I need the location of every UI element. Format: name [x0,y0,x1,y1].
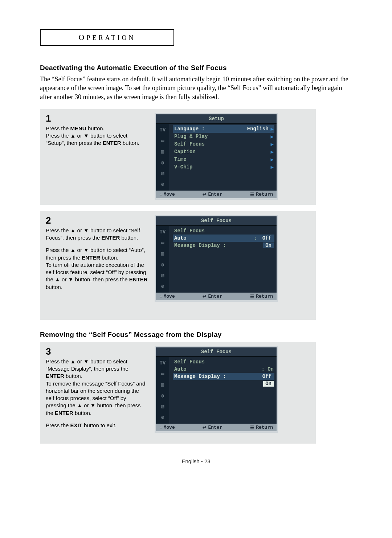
chevron-right-icon: ▶ [271,164,274,170]
osd-setup-title: Setup [156,114,277,124]
step-2-body: Press the ▲ or ▼ button to select “Self … [46,227,148,291]
operation-rest: PERATION [86,34,135,41]
operation-header: OPERATION [40,29,174,46]
menu-icon: ☰ [250,192,254,197]
channel-icon: ▧ [158,272,167,280]
osd-setup: Setup TV ▭ ▥ ◑ ▧ ⚙ Language : English ▶ [155,113,278,200]
osd3-row-on-option[interactable]: On [173,380,274,387]
osd2-title: Self Focus [156,216,277,226]
enter-icon: ↵ [203,425,207,430]
chevron-right-icon: ▶ [271,156,274,163]
osd3-row-sf[interactable]: Self Focus [173,358,274,366]
osd-row-time[interactable]: Time▶ [173,156,274,163]
osd-footer: ↕Move ↵Enter ☰Return [156,191,277,198]
osd-row-caption[interactable]: Caption▶ [173,148,274,156]
picture-icon: ▥ [158,381,167,389]
operation-o: O [79,33,87,42]
picture-icon: ▥ [158,148,167,156]
osd2-row-sf[interactable]: Self Focus [173,227,274,235]
osd2-row-auto[interactable]: Auto : Off [173,235,274,242]
chevron-right-icon: ▶ [271,134,274,140]
chevron-right-icon: ▶ [271,126,274,132]
page-number: English - 23 [40,458,352,464]
chevron-right-icon: ▶ [271,141,274,147]
setup-icon: ⚙ [158,282,167,290]
osd-iconbar: TV ▭ ▥ ◑ ▧ ⚙ [156,357,169,424]
osd3-row-auto[interactable]: Auto : On [173,366,274,373]
input-icon: ▭ [158,239,167,247]
tv-label: TV [158,126,167,134]
menu-icon: ☰ [250,294,254,299]
setup-icon: ⚙ [158,413,167,421]
setup-icon: ⚙ [158,180,167,188]
osd-row-vchip[interactable]: V-Chip▶ [173,163,274,171]
sound-icon: ◑ [158,159,167,167]
osd2-row-msg[interactable]: Message Display : On [173,242,274,249]
step-1-number: 1 [46,113,148,124]
section1-intro: The “Self Focus” feature starts on defau… [40,75,352,101]
enter-icon: ↵ [203,294,207,299]
channel-icon: ▧ [158,403,167,411]
sound-icon: ◑ [158,392,167,400]
menu-icon: ☰ [250,425,254,430]
tv-label: TV [158,359,167,367]
section-heading-2: Removing the “Self Focus” Message from t… [40,331,352,339]
chevron-right-icon: ▶ [271,149,274,155]
input-icon: ▭ [158,137,167,145]
picture-icon: ▥ [158,250,167,258]
osd-row-selffocus[interactable]: Self Focus▶ [173,140,274,148]
osd-row-plugplay[interactable]: Plug & Play▶ [173,133,274,140]
osd-row-language[interactable]: Language : English ▶ [173,125,274,133]
tv-label: TV [158,228,167,236]
enter-icon: ↵ [203,192,207,197]
osd-selffocus-1: Self Focus TV ▭ ▥ ◑ ▧ ⚙ Self Focus Auto … [155,215,278,302]
osd-iconbar: TV ▭ ▥ ◑ ▧ ⚙ [156,226,169,293]
osd-footer: ↕Move ↵Enter ☰Return [156,424,277,431]
step-2-block: 2 Press the ▲ or ▼ button to select “Sel… [40,211,316,320]
osd3-title: Self Focus [156,347,277,357]
updown-icon: ↕ [160,192,162,197]
osd-footer: ↕Move ↵Enter ☰Return [156,293,277,300]
step-2-number: 2 [46,215,148,226]
sound-icon: ◑ [158,261,167,269]
section-heading-1: Deactivating the Automatic Execution of … [40,64,352,72]
osd-selffocus-2: Self Focus TV ▭ ▥ ◑ ▧ ⚙ Self Focus Auto … [155,346,278,433]
osd-iconbar: TV ▭ ▥ ◑ ▧ ⚙ [156,124,169,191]
step-1-body: Press the MENU button. Press the ▲ or ▼ … [46,125,148,147]
step-3-body: Press the ▲ or ▼ button to select “Messa… [46,358,148,429]
channel-icon: ▧ [158,170,167,178]
osd3-row-msg[interactable]: Message Display : Off [173,373,274,380]
input-icon: ▭ [158,370,167,378]
step-3-block: 3 Press the ▲ or ▼ button to select “Mes… [40,342,316,444]
step-1-block: 1 Press the MENU button. Press the ▲ or … [40,109,316,205]
updown-icon: ↕ [160,425,162,430]
step-3-number: 3 [46,346,148,357]
updown-icon: ↕ [160,294,162,299]
